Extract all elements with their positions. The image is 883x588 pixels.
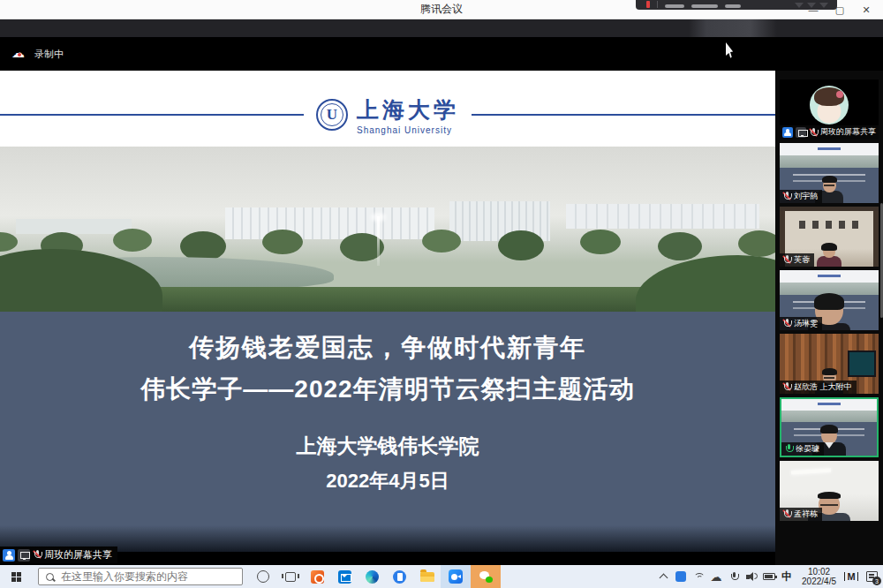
mic-live-icon	[784, 444, 793, 454]
edge-button[interactable]	[358, 565, 386, 588]
mail-button[interactable]	[331, 565, 358, 588]
participant-tile[interactable]: 赵欣浩 上大附中	[780, 334, 879, 394]
participants-sidebar: 周玫的屏幕共享 刘宇鹄 芙蓉	[775, 71, 883, 565]
tray-volume[interactable]	[743, 565, 760, 588]
campus-buildings	[566, 204, 760, 229]
slide-subtitle-date: 2022年4月5日	[0, 468, 775, 494]
cortana-button[interactable]	[249, 565, 276, 588]
tencent-docs-button[interactable]	[386, 565, 413, 588]
toolbar-button[interactable]	[725, 4, 741, 8]
mic-muted-icon	[782, 509, 791, 519]
bluetooth-icon	[675, 571, 686, 582]
tencent-meeting-icon	[449, 569, 463, 584]
participant-tile[interactable]: 汤琳雯	[780, 270, 879, 330]
participant-label: 芙蓉	[780, 253, 814, 267]
participant-label: 徐晏璩	[781, 442, 824, 456]
participant-tile-speaking[interactable]: 徐晏璩	[780, 397, 879, 457]
shared-screen: U 上海大学 Shanghai University	[0, 71, 775, 565]
fountain	[377, 216, 380, 266]
participant-name: 赵欣浩 上大附中	[794, 383, 852, 392]
ime-indicator[interactable]: 中	[778, 565, 796, 588]
start-button[interactable]	[0, 565, 32, 588]
logo-english-name: Shanghai University	[357, 125, 459, 135]
edge-icon	[366, 570, 379, 584]
avatar	[810, 86, 849, 124]
participant-name: 徐晏璩	[796, 445, 819, 454]
tencent-meeting-window: 腾讯会议 — ▢ ✕ 录制中	[0, 0, 883, 588]
participant-tile[interactable]: 孟祥栋	[780, 461, 879, 521]
task-view-button[interactable]	[276, 565, 304, 588]
tray-im-app[interactable]: M	[842, 565, 860, 588]
taskbar-search[interactable]	[38, 568, 243, 585]
mic-muted-icon	[782, 192, 791, 201]
participant-label: 汤琳雯	[780, 317, 822, 330]
clock-date: 2022/4/5	[802, 577, 836, 586]
participant-name: 孟祥栋	[794, 510, 818, 519]
divider-line-right	[472, 114, 775, 116]
system-tray: 中 10:02 2022/4/5 M 3	[654, 565, 883, 588]
toolbar-button[interactable]	[665, 4, 684, 8]
search-input[interactable]	[61, 570, 236, 583]
mic-muted-icon	[33, 550, 42, 560]
taskbar-clock[interactable]: 10:02 2022/4/5	[796, 567, 842, 586]
tencent-docs-icon	[393, 570, 406, 584]
tray-expand-button[interactable]	[654, 565, 672, 588]
campus-photo	[0, 147, 775, 312]
participant-tile-screen-share[interactable]: 周玫的屏幕共享	[780, 79, 879, 139]
participant-tile[interactable]: 芙蓉	[780, 207, 879, 267]
campus-buildings	[16, 219, 132, 234]
tray-network[interactable]	[690, 565, 707, 588]
tray-battery[interactable]	[760, 565, 778, 588]
search-icon	[45, 572, 55, 582]
treeline	[0, 232, 18, 252]
slide-subtitle-org: 上海大学钱伟长学院	[0, 433, 775, 460]
slide-header: U 上海大学 Shanghai University	[0, 71, 775, 147]
mic-muted-icon	[782, 319, 791, 328]
meeting-floating-toolbar[interactable]	[636, 0, 837, 10]
participant-label: 周玫的屏幕共享	[780, 125, 879, 139]
window-titlebar: 腾讯会议 — ▢ ✕	[0, 0, 883, 19]
campus-buildings	[225, 207, 434, 239]
toolbar-button[interactable]	[691, 4, 718, 8]
chevron-down-icon	[807, 3, 816, 8]
notification-badge: 3	[872, 577, 881, 585]
mouse-cursor	[726, 42, 736, 58]
tencent-meeting-button[interactable]	[441, 565, 471, 588]
meeting-header-bar	[0, 19, 883, 37]
host-person-icon	[782, 127, 793, 138]
mic-muted-icon	[809, 128, 818, 138]
im-app-icon: M	[844, 572, 857, 581]
participant-name: 刘宇鹄	[794, 192, 818, 201]
mic-muted-icon	[782, 382, 791, 392]
host-person-icon	[3, 549, 15, 562]
screen-share-label: 周玫的屏幕共享	[44, 548, 112, 562]
screen-share-banner: 周玫的屏幕共享	[0, 547, 117, 563]
speaker-icon	[746, 572, 758, 581]
screen-share-icon	[796, 127, 806, 138]
action-center-button[interactable]: 3	[860, 565, 883, 588]
participant-name: 芙蓉	[794, 256, 810, 265]
participant-label: 孟祥栋	[780, 508, 822, 521]
tray-microphone[interactable]	[725, 565, 743, 588]
participant-tile[interactable]: 刘宇鹄	[780, 143, 879, 203]
file-explorer-button[interactable]	[413, 565, 441, 588]
campus-buildings	[449, 201, 550, 241]
task-view-icon	[285, 572, 296, 582]
shanghai-university-logo: U 上海大学 Shanghai University	[304, 95, 472, 135]
tray-onedrive[interactable]	[707, 565, 725, 588]
folder-icon	[420, 572, 434, 582]
microphone-icon	[730, 572, 738, 582]
office-icon	[311, 570, 324, 584]
chevron-up-icon	[659, 574, 668, 583]
wechat-button[interactable]	[471, 565, 501, 588]
participant-video	[817, 245, 841, 267]
toolbar-chevrons	[795, 3, 828, 8]
window-title: 腾讯会议	[420, 2, 463, 17]
office-button[interactable]	[304, 565, 331, 588]
slide-title-band: 传扬钱老爱国志，争做时代新青年 伟长学子——2022年清明节云祭扫主题活动 上海…	[0, 312, 775, 525]
participant-name: 汤琳雯	[794, 320, 818, 328]
close-button[interactable]: ✕	[853, 0, 879, 19]
participant-label: 刘宇鹄	[780, 190, 822, 203]
tray-bluetooth[interactable]	[672, 565, 690, 588]
chevron-down-icon	[795, 3, 804, 8]
